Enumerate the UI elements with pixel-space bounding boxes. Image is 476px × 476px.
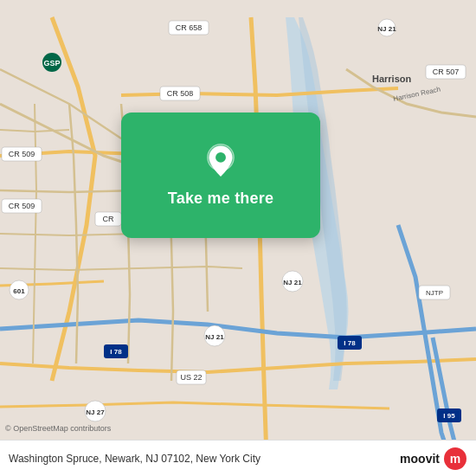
address-label: Washington Spruce, Newark, NJ 07102, New…: [9, 453, 400, 465]
svg-text:CR 508: CR 508: [167, 89, 194, 98]
location-pin-icon: [202, 143, 240, 181]
moovit-logo: moovit m: [400, 447, 467, 471]
svg-text:NJ 21: NJ 21: [377, 25, 396, 33]
svg-text:NJ 27: NJ 27: [86, 408, 105, 416]
take-me-there-button[interactable]: Take me there: [168, 190, 273, 208]
bottom-bar: Washington Spruce, Newark, NJ 07102, New…: [0, 440, 476, 476]
map-background: CR 658 NJ 21 CR 507 GSP CR 509 CR 508 Ha…: [0, 0, 476, 476]
svg-text:CR 658: CR 658: [176, 23, 203, 32]
svg-text:NJ 21: NJ 21: [283, 279, 302, 286]
map-container: CR 658 NJ 21 CR 507 GSP CR 509 CR 508 Ha…: [0, 0, 476, 476]
svg-text:Harrison: Harrison: [372, 74, 412, 84]
svg-point-38: [215, 152, 226, 163]
svg-text:NJTP: NJTP: [426, 289, 443, 297]
svg-text:I 78: I 78: [344, 339, 356, 347]
moovit-logo-icon: m: [443, 447, 467, 471]
svg-text:CR 509: CR 509: [9, 202, 35, 210]
svg-text:I 95: I 95: [443, 412, 455, 420]
svg-text:m: m: [450, 452, 460, 466]
svg-text:NJ 21: NJ 21: [205, 333, 224, 341]
openstreetmap-credit: © OpenStreetMap contributors: [5, 424, 111, 433]
svg-text:CR 507: CR 507: [433, 68, 460, 76]
svg-text:CR: CR: [103, 215, 114, 223]
moovit-label: moovit: [400, 452, 440, 466]
svg-text:601: 601: [13, 287, 25, 295]
svg-text:GSP: GSP: [43, 59, 60, 68]
svg-text:I 78: I 78: [110, 348, 122, 356]
svg-text:US 22: US 22: [180, 373, 202, 382]
destination-card: Take me there: [121, 113, 320, 238]
svg-text:CR 509: CR 509: [9, 150, 35, 158]
